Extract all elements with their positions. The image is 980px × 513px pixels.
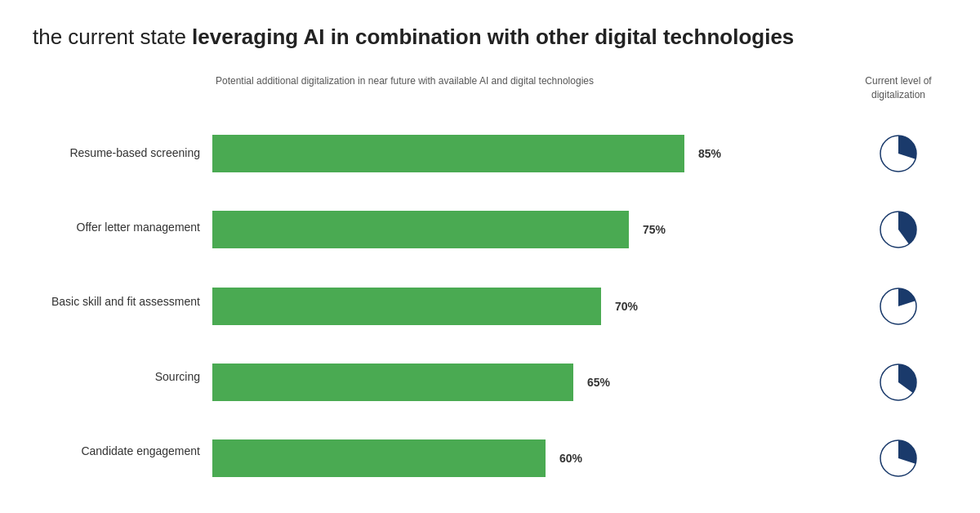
row-label: Resume-based screening bbox=[33, 145, 212, 160]
bar-pct-label: 75% bbox=[643, 223, 666, 236]
bar: 75% bbox=[212, 211, 629, 248]
bar: 65% bbox=[212, 364, 573, 401]
pie-column-header: Current level of digitalization bbox=[849, 74, 947, 109]
title-prefix: the current state bbox=[33, 25, 192, 49]
bar-pct-label: 65% bbox=[587, 376, 610, 389]
title-bold: leveraging AI in combination with other … bbox=[192, 25, 794, 49]
pie-chart-wrapper bbox=[877, 361, 920, 404]
bar-row: 85% bbox=[212, 133, 849, 174]
page-title: the current state leveraging AI in combi… bbox=[33, 25, 947, 50]
row-label: Offer letter management bbox=[33, 220, 212, 234]
pie-chart-wrapper bbox=[877, 208, 920, 251]
bars-column: Potential additional digitalization in n… bbox=[212, 74, 849, 497]
pie-rows bbox=[849, 115, 947, 497]
pie-column: Current level of digitalization bbox=[849, 74, 947, 497]
bar-row: 60% bbox=[212, 438, 849, 479]
pie-chart-wrapper bbox=[877, 132, 920, 175]
bar-pct-label: 70% bbox=[615, 300, 638, 313]
pie-chart-wrapper bbox=[877, 285, 920, 328]
chart-area: Resume-based screeningOffer letter manag… bbox=[33, 74, 947, 497]
main-container: the current state leveraging AI in combi… bbox=[0, 0, 980, 513]
bar: 85% bbox=[212, 135, 684, 172]
bar-pct-label: 60% bbox=[559, 452, 582, 465]
bars-column-header: Potential additional digitalization in n… bbox=[212, 74, 849, 109]
labels-column: Resume-based screeningOffer letter manag… bbox=[33, 74, 212, 497]
bar-row: 70% bbox=[212, 286, 849, 327]
row-label: Basic skill and fit assessment bbox=[33, 294, 212, 309]
row-label: Candidate engagement bbox=[33, 444, 212, 458]
bars-rows: 85%75%70%65%60% bbox=[212, 115, 849, 497]
bar-row: 75% bbox=[212, 209, 849, 250]
row-label: Sourcing bbox=[33, 369, 212, 384]
bar-pct-label: 85% bbox=[698, 147, 721, 160]
bar-row: 65% bbox=[212, 362, 849, 403]
bar: 70% bbox=[212, 288, 601, 325]
pie-chart-wrapper bbox=[877, 437, 920, 480]
bar: 60% bbox=[212, 439, 546, 477]
